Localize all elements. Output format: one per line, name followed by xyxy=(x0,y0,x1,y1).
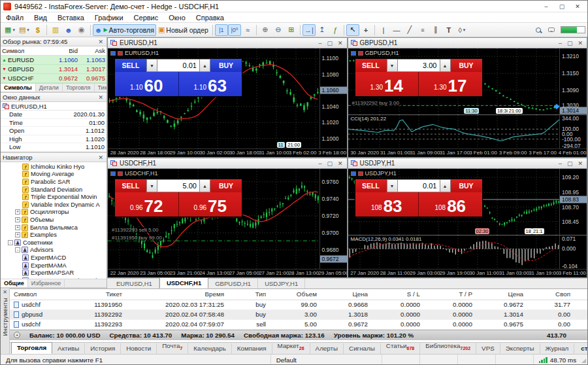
terminal-tab-компания[interactable]: Компания xyxy=(232,343,272,354)
close-icon[interactable]: ✕ xyxy=(338,40,343,46)
sell-price[interactable]: 1.1060 xyxy=(115,72,178,96)
navigator-tab-1[interactable]: Общие xyxy=(1,279,28,287)
trendline-tool[interactable]: ╱ xyxy=(403,24,416,36)
minimize-icon[interactable]: – xyxy=(559,40,562,46)
resize-grip[interactable]: ◢ xyxy=(581,357,587,364)
position-row[interactable]: usdchf113919502020.02.03 17:31:25buy99.0… xyxy=(10,300,587,309)
price-scale[interactable]: 109.20108.95108.70108.45108.83 xyxy=(559,169,587,235)
zoom-in-button[interactable]: ⊕ xyxy=(259,24,272,36)
buy-button[interactable]: BUY xyxy=(210,59,242,72)
autotrade-button[interactable]: ☻▶Авто-торговля xyxy=(93,24,156,36)
market-watch-tab-3[interactable]: Торговля xyxy=(63,84,95,92)
navigator-item[interactable]: ♟ExpertMAMA xyxy=(1,262,106,269)
menu-item-файл[interactable]: Файл xyxy=(1,12,29,23)
position-row[interactable]: gbpusd113922922020.02.04 07:58:48buy3.00… xyxy=(10,309,587,319)
terminal-tab-эксперты[interactable]: Эксперты xyxy=(500,343,540,354)
menu-item-справка[interactable]: Справка xyxy=(191,12,229,23)
maximize-icon[interactable]: ▢ xyxy=(327,160,333,167)
close-icon[interactable]: ✕ xyxy=(338,160,343,167)
maximize-button[interactable]: ▢ xyxy=(555,2,569,11)
hline-tool[interactable]: — xyxy=(390,24,403,36)
navigator-item[interactable]: +fОсцилляторы xyxy=(1,209,106,217)
chart-shift-button[interactable]: →| xyxy=(302,24,316,36)
close-icon[interactable]: ✕ xyxy=(578,40,583,46)
expand-toggle-icon[interactable]: + xyxy=(15,225,20,230)
volume-dropdown-icon[interactable]: ▼ xyxy=(387,179,398,192)
volume-dropdown-icon[interactable]: ▼ xyxy=(387,59,398,72)
col-header[interactable]: Тип xyxy=(228,289,270,300)
indicators-button[interactable]: ƒ xyxy=(329,24,342,36)
chart-window-titlebar[interactable]: USDJPY,H1–▢✕ xyxy=(348,158,587,169)
volume-input[interactable]: 0.01 xyxy=(398,179,440,192)
time-scale[interactable]: 27 Jan 202028 Jan 11:0029 Jan 03:0029 Ja… xyxy=(348,269,587,277)
expand-icon[interactable]: + xyxy=(14,332,20,338)
navigator-item[interactable]: +fБилла Вильямса xyxy=(1,224,106,232)
sell-button[interactable]: SELL xyxy=(355,59,387,72)
new-chart-button[interactable]: ▦▾ xyxy=(3,24,17,36)
vline-tool[interactable]: | xyxy=(377,24,390,36)
volume-dropdown-icon[interactable]: ▼ xyxy=(146,59,157,72)
navigator-item[interactable]: fTriple Exponential Movin xyxy=(1,193,106,201)
chart-tab-usdjpy-h1[interactable]: USDJPY,H1 xyxy=(258,279,305,288)
minimize-button[interactable]: – xyxy=(539,2,553,11)
col-header[interactable]: Символ xyxy=(10,289,73,300)
volume-dropdown-icon[interactable]: ▼ xyxy=(146,179,157,192)
fibonacci-tool[interactable]: ≡ xyxy=(416,24,429,36)
col-header[interactable]: Своп xyxy=(527,289,574,300)
close-button[interactable]: ✕ xyxy=(570,2,585,11)
menu-item-вставка[interactable]: Вставка xyxy=(52,12,90,23)
col-header[interactable]: Тикет xyxy=(73,289,126,300)
crosshair-tool[interactable]: + xyxy=(359,24,372,36)
chart-canvas[interactable]: USDCHF,H1SELL▼5.00▲BUY0.96720.9675#11392… xyxy=(108,169,347,277)
terminal-tab-активы[interactable]: Активы xyxy=(52,343,85,354)
maximize-icon[interactable]: ▢ xyxy=(567,40,573,46)
expand-toggle-icon[interactable]: + xyxy=(15,217,20,222)
navigator-item[interactable]: fStandard Deviation xyxy=(1,186,106,194)
buy-price[interactable]: 0.9675 xyxy=(178,192,242,217)
col-header[interactable]: Цена xyxy=(321,289,372,300)
buy-button[interactable]: BUY xyxy=(210,179,242,192)
terminal-tab-история[interactable]: История xyxy=(85,343,121,354)
col-symbol[interactable]: Символ xyxy=(2,47,50,54)
volume-input[interactable]: 0.01 xyxy=(157,59,199,72)
market-watch-tab-4[interactable]: Тик xyxy=(95,84,107,92)
chart-canvas[interactable]: USDJPY,H1SELL▼0.01▲BUY108831088602:30182… xyxy=(348,169,587,277)
maximize-icon[interactable]: ▢ xyxy=(327,40,333,46)
col-bid[interactable]: Bid xyxy=(50,47,78,54)
close-icon[interactable]: ✕ xyxy=(3,288,7,296)
chart-tab-usdchf-h1[interactable]: USDCHF,H1 xyxy=(159,277,208,288)
terminal-tab-алерты[interactable]: Алерты xyxy=(310,343,344,354)
close-icon[interactable]: ✕ xyxy=(97,39,105,45)
col-ask[interactable]: Ask xyxy=(78,47,105,54)
time-scale[interactable]: 22 Jan 202023 Jan 05:0023 Jan 21:0024 Ja… xyxy=(108,269,347,277)
market-watch-row[interactable]: ▼USDCHF0.96720.9675 xyxy=(1,74,106,83)
navigator-item[interactable]: -♟Advisors xyxy=(1,247,106,254)
shapes-tool[interactable]: ◊▾ xyxy=(455,24,468,36)
navigator-item[interactable]: fIchimoku Kinko Hyo xyxy=(1,163,106,171)
terminal-tab-торговля[interactable]: Торговля xyxy=(11,342,52,354)
history-center-button[interactable]: $ xyxy=(31,24,44,36)
close-icon[interactable]: ✕ xyxy=(578,160,583,167)
expand-toggle-icon[interactable]: + xyxy=(15,232,20,237)
profiles-button[interactable]: ▤▾ xyxy=(17,24,31,36)
navigator-item[interactable]: +fExamples xyxy=(1,231,106,239)
navigator-item[interactable]: ♟ExpertMACD xyxy=(1,254,106,262)
auto-scroll-button[interactable]: ↥ xyxy=(316,24,329,36)
minimize-icon[interactable]: – xyxy=(559,160,562,167)
volume-up-icon[interactable]: ▲ xyxy=(199,59,210,72)
terminal-side-tab[interactable]: ✕ Инструменты xyxy=(1,288,10,354)
indicator-scale[interactable]: 344.00100.000.00-100.00-294.07 xyxy=(559,114,587,148)
col-header[interactable]: S / L xyxy=(372,289,424,300)
chart-window-titlebar[interactable]: GBPUSD,H1–▢✕ xyxy=(348,38,587,48)
navigator-item[interactable]: fParabolic SAR xyxy=(1,178,106,186)
line-chart-mode[interactable]: ≈ xyxy=(241,24,254,36)
time-scale[interactable]: 30 Jan 202031 Jan 01:0031 Jan 09:0031 Ja… xyxy=(348,148,587,157)
col-header[interactable]: Время xyxy=(126,289,228,300)
sell-button[interactable]: SELL xyxy=(115,179,146,192)
profile-indicator[interactable]: Default xyxy=(271,355,382,365)
menu-item-окно[interactable]: Окно xyxy=(163,12,191,23)
market-watch-tab-1[interactable]: Символы xyxy=(1,84,36,92)
terminal-tab-библиотека[interactable]: Библиотека7202 xyxy=(420,341,476,354)
buy-price[interactable]: 10886 xyxy=(418,192,482,217)
sell-price[interactable]: 1.3014 xyxy=(355,72,419,96)
